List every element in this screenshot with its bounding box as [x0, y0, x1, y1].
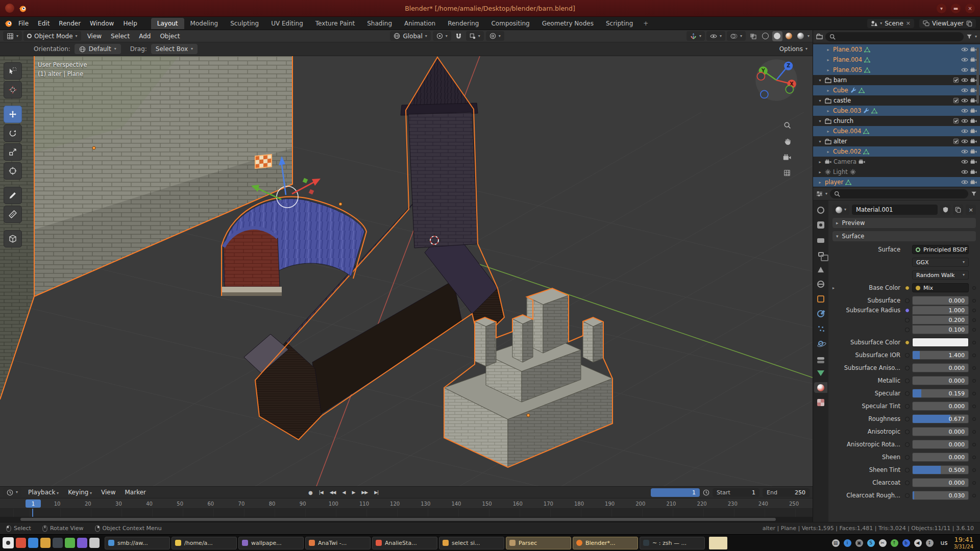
- window-button-home-a[interactable]: /home/a...: [172, 537, 237, 549]
- menu-render[interactable]: Render: [54, 18, 85, 29]
- value-slider[interactable]: 0.100: [912, 325, 969, 334]
- material-name-field[interactable]: Material.001: [852, 205, 938, 215]
- app-menu-button[interactable]: [3, 537, 14, 548]
- shading-material-button[interactable]: [784, 31, 794, 41]
- filter-icon[interactable]: [966, 34, 972, 40]
- outliner-row-plane-003[interactable]: ▸Plane.003: [813, 44, 980, 55]
- properties-tab-modifiers[interactable]: [814, 308, 827, 319]
- drag-setting-dropdown[interactable]: Select Box▾: [151, 44, 198, 54]
- outliner-options-dropdown[interactable]: ▾: [975, 35, 977, 39]
- outliner-row-plane-004[interactable]: ▸Plane.004: [813, 55, 980, 65]
- hide-in-viewport-icon[interactable]: [961, 159, 968, 165]
- window-button-analiesta[interactable]: AnalieSta...: [372, 537, 437, 549]
- properties-tab-physics[interactable]: [814, 338, 827, 348]
- disable-in-render-icon[interactable]: [970, 149, 977, 155]
- shading-dropdown[interactable]: ▾: [807, 34, 810, 38]
- rotate-tool[interactable]: [4, 124, 22, 142]
- minimized-window-button[interactable]: [709, 537, 727, 549]
- taskbar-app-icon-2[interactable]: [40, 538, 51, 548]
- mode-dropdown[interactable]: Object Mode▾: [23, 31, 81, 41]
- shading-solid-button[interactable]: [772, 31, 782, 41]
- hide-in-viewport-icon[interactable]: [961, 67, 968, 73]
- distribution-dropdown[interactable]: GGX▾: [912, 258, 969, 267]
- xray-toggle[interactable]: [747, 31, 759, 41]
- menu-window[interactable]: Window: [85, 18, 118, 29]
- viewport-menu-object[interactable]: Object: [155, 32, 184, 41]
- workspace-tab-texture-paint[interactable]: Texture Paint: [309, 18, 361, 29]
- disable-in-render-icon[interactable]: [970, 180, 977, 185]
- outliner-row-cube-002[interactable]: ▸Cube.002: [813, 146, 980, 157]
- value-slider[interactable]: 0.030: [912, 491, 969, 500]
- bluetooth-icon[interactable]: b: [902, 539, 910, 547]
- properties-tab-particles[interactable]: [814, 323, 827, 334]
- workspace-tab-geometry-nodes[interactable]: Geometry Nodes: [536, 18, 600, 29]
- disable-in-render-icon[interactable]: [970, 129, 977, 134]
- workspace-tab-shading[interactable]: Shading: [361, 18, 398, 29]
- workspace-tab-scripting[interactable]: Scripting: [600, 18, 639, 29]
- updates-icon[interactable]: ↑: [891, 539, 898, 547]
- window-menu-icon[interactable]: [5, 4, 14, 13]
- blender-menu-icon[interactable]: [4, 19, 13, 28]
- expand-arrow-icon[interactable]: ▸: [832, 286, 835, 290]
- expand-arrow-icon[interactable]: ▸: [817, 160, 823, 164]
- window-shade-button[interactable]: ▾: [937, 4, 946, 13]
- expand-arrow-icon[interactable]: ▾: [817, 119, 823, 123]
- expand-arrow-icon[interactable]: ▸: [825, 58, 831, 62]
- menu-file[interactable]: File: [14, 18, 33, 29]
- outliner-row-castle[interactable]: ▾castle: [813, 95, 980, 106]
- outliner-row-alter[interactable]: ▾alter: [813, 136, 980, 146]
- timeline-scrollbar[interactable]: [20, 518, 776, 521]
- hide-in-viewport-icon[interactable]: [961, 148, 968, 155]
- hide-in-viewport-icon[interactable]: [961, 118, 968, 124]
- expand-arrow-icon[interactable]: ▾: [817, 78, 823, 83]
- cursor-tool[interactable]: [4, 81, 22, 98]
- active-plane-object[interactable]: [255, 155, 272, 168]
- decorator-dot[interactable]: [972, 354, 976, 357]
- disable-in-render-icon[interactable]: [970, 118, 977, 124]
- properties-tab-output[interactable]: [814, 234, 827, 245]
- value-slider[interactable]: 0.677: [912, 414, 969, 423]
- expand-arrow-icon[interactable]: ▸: [825, 68, 831, 72]
- taskbar-app-icon-5[interactable]: [77, 538, 87, 548]
- hide-in-viewport-icon[interactable]: [961, 108, 968, 114]
- viewport-menu-view[interactable]: View: [83, 32, 106, 41]
- disable-in-render-icon[interactable]: [970, 108, 977, 114]
- options-dropdown[interactable]: Options▾: [779, 45, 807, 53]
- value-slider[interactable]: 0.000: [912, 296, 969, 305]
- hide-in-viewport-icon[interactable]: [961, 46, 968, 53]
- taskbar-app-icon-6[interactable]: [89, 538, 100, 548]
- workspace-tab-modeling[interactable]: Modeling: [184, 18, 225, 29]
- timeline-menu-playback[interactable]: Playback ▾: [23, 488, 63, 497]
- measure-tool[interactable]: [4, 206, 22, 223]
- viewport-menu-add[interactable]: Add: [134, 32, 155, 41]
- workspace-tab-rendering[interactable]: Rendering: [442, 18, 485, 29]
- hide-in-viewport-icon[interactable]: [961, 87, 968, 93]
- decorator-dot[interactable]: [972, 417, 976, 421]
- window-button-smb-aw[interactable]: smb://aw...: [105, 537, 170, 549]
- copy-material-button[interactable]: [953, 205, 963, 215]
- zoom-icon[interactable]: [783, 121, 791, 129]
- skype-icon[interactable]: S: [867, 539, 875, 547]
- browse-material-dropdown[interactable]: ▾: [832, 205, 849, 215]
- outliner-row-barn[interactable]: ▾barn: [813, 75, 980, 85]
- proportional-editing-dropdown[interactable]: ▾: [486, 31, 504, 41]
- window-button-select-si[interactable]: select si...: [439, 537, 504, 549]
- value-slider[interactable]: 0.000: [912, 453, 969, 462]
- navigation-gizmo[interactable]: Z Y X: [754, 58, 798, 102]
- shading-wireframe-button[interactable]: [761, 31, 771, 41]
- fake-user-button[interactable]: [940, 205, 950, 215]
- disable-in-render-icon[interactable]: [970, 159, 977, 165]
- hide-in-viewport-icon[interactable]: [961, 57, 968, 63]
- decorator-dot[interactable]: [972, 286, 976, 290]
- outliner-row-cube-004[interactable]: ▸Cube.004: [813, 126, 980, 136]
- timeline-menu-keying[interactable]: Keying ▾: [63, 488, 96, 497]
- hide-in-viewport-icon[interactable]: [961, 169, 968, 175]
- exclude-checkbox[interactable]: [953, 138, 959, 144]
- window-button-parsec[interactable]: Parsec: [506, 537, 571, 549]
- workspace-tab-animation[interactable]: Animation: [398, 18, 442, 29]
- object-visibility-dropdown[interactable]: ▾: [706, 31, 725, 41]
- properties-filter-icon[interactable]: [971, 191, 977, 197]
- outliner-row-plane-005[interactable]: ▸Plane.005: [813, 65, 980, 75]
- value-slider[interactable]: 0.000: [912, 376, 969, 385]
- decorator-dot[interactable]: [972, 341, 976, 344]
